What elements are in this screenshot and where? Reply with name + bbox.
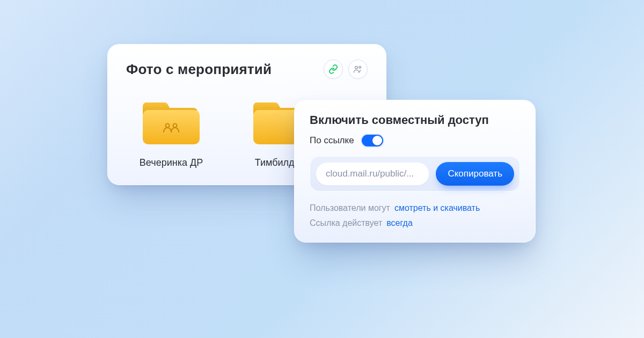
share-panel-title: Включить совместный доступ [310,113,520,127]
share-link-button[interactable] [324,60,343,79]
share-link-field[interactable]: cloud.mail.ru/public/... [316,162,429,186]
link-icon [328,64,338,74]
expiry-value[interactable]: всегда [386,218,413,228]
share-link-copy-row: cloud.mail.ru/public/... Скопировать [310,156,520,192]
folder-label: Вечеринка ДР [140,157,203,168]
expiry-row: Ссылка действует всегда [310,218,520,228]
permissions-row: Пользователи могут смотреть и скачивать [310,203,520,213]
share-panel: Включить совместный доступ По ссылке clo… [294,100,536,243]
share-by-link-row: По ссылке [310,135,520,146]
folder-card-header: Фото с мероприятий [126,60,368,79]
folder-icon [143,98,200,144]
permissions-value[interactable]: смотреть и скачивать [394,203,480,213]
folder-card-actions [324,60,368,79]
share-people-button[interactable] [348,60,368,79]
share-by-link-toggle[interactable] [362,135,383,146]
svg-point-0 [355,67,358,69]
svg-point-1 [359,66,361,68]
svg-rect-2 [143,110,200,144]
permissions-label: Пользователи могут [310,203,390,213]
expiry-label: Ссылка действует [310,218,382,228]
folder-card-title: Фото с мероприятий [126,61,272,78]
people-add-icon [353,64,363,74]
copy-link-button[interactable]: Скопировать [436,162,514,186]
folder-item[interactable]: Вечеринка ДР [131,98,211,168]
share-by-link-label: По ссылке [310,135,354,146]
